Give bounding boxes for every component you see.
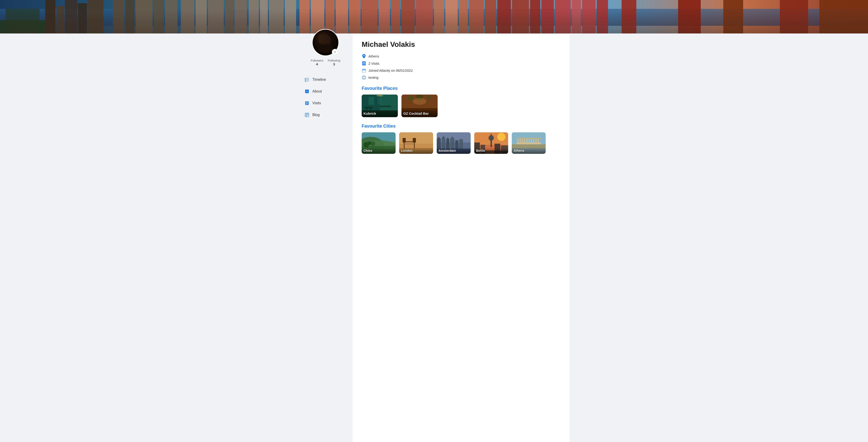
svg-rect-138: [491, 134, 491, 135]
place-card-oz[interactable]: OZ Cocktail Bar: [401, 94, 438, 117]
svg-rect-22: [285, 0, 296, 33]
svg-rect-14: [181, 0, 194, 33]
svg-rect-70: [306, 115, 308, 115]
svg-rect-25: [326, 0, 335, 33]
svg-rect-60: [305, 81, 306, 82]
bio-row: testing: [362, 76, 561, 79]
svg-point-55: [319, 40, 321, 43]
svg-rect-49: [780, 0, 808, 33]
visits-text: 2 Visits: [368, 61, 379, 65]
profile-name: Michael Volakis: [362, 40, 561, 49]
favourite-places-title: Favourite Places: [362, 86, 561, 91]
svg-rect-77: [362, 70, 366, 70]
svg-rect-23: [300, 0, 310, 33]
svg-rect-42: [555, 0, 571, 33]
edit-avatar-button[interactable]: ✏: [332, 49, 338, 55]
svg-rect-66: [306, 103, 308, 104]
svg-rect-67: [306, 104, 307, 104]
svg-rect-156: [538, 139, 539, 143]
svg-point-82: [364, 76, 364, 77]
svg-rect-29: [379, 0, 390, 33]
svg-rect-27: [349, 0, 361, 33]
svg-rect-33: [434, 0, 444, 33]
place-card-kubrick[interactable]: Kubrick: [362, 94, 398, 117]
svg-rect-57: [306, 78, 309, 79]
svg-rect-7: [78, 3, 87, 33]
followers-count: 4: [316, 62, 318, 66]
sidebar-item-timeline[interactable]: Timeline: [301, 74, 350, 85]
svg-rect-9: [113, 0, 124, 33]
svg-rect-153: [531, 139, 532, 143]
sidebar-item-blog[interactable]: Blog: [301, 110, 350, 120]
following-count: 3: [333, 62, 335, 66]
favourite-cities-title: Favourite Cities: [362, 123, 561, 129]
amsterdam-label: Amsterdam: [437, 147, 471, 154]
city-card-amsterdam[interactable]: Amsterdam: [437, 132, 471, 154]
blog-label: Blog: [312, 113, 320, 117]
followers-label: Followers: [311, 59, 323, 62]
visits-label: Visits: [312, 101, 321, 105]
bio-icon: [362, 76, 366, 79]
svg-rect-117: [403, 138, 406, 143]
svg-rect-61: [306, 81, 309, 81]
avatar-wrapper: ✏: [312, 29, 339, 56]
svg-rect-69: [306, 114, 308, 114]
svg-rect-150: [524, 139, 525, 143]
calendar-icon: [362, 69, 366, 72]
following-label: Following: [328, 59, 340, 62]
svg-rect-59: [306, 79, 309, 80]
svg-rect-76: [362, 69, 366, 72]
svg-rect-41: [541, 0, 554, 33]
svg-rect-34: [445, 0, 458, 33]
location-pin-icon: [362, 54, 366, 58]
svg-rect-32: [416, 0, 433, 33]
svg-rect-118: [413, 138, 416, 143]
city-card-athens[interactable]: Athens: [512, 132, 546, 154]
svg-rect-17: [225, 0, 234, 33]
sidebar-item-visits[interactable]: Visits: [301, 98, 350, 109]
svg-rect-89: [380, 106, 391, 107]
visits-row: 2 Visits: [362, 61, 561, 65]
svg-rect-78: [363, 69, 364, 70]
main-content: Michael Volakis Athens 2 Visits: [352, 33, 569, 442]
svg-point-54: [318, 45, 333, 53]
location-text: Athens: [368, 54, 379, 58]
svg-rect-13: [165, 0, 178, 33]
svg-point-92: [376, 95, 383, 96]
svg-rect-56: [305, 78, 306, 79]
svg-rect-16: [208, 0, 224, 33]
svg-rect-58: [305, 79, 306, 80]
pencil-icon: ✏: [334, 51, 336, 54]
nav-menu: Timeline i About: [298, 74, 352, 120]
city-card-berlin[interactable]: Berlin: [474, 132, 508, 154]
svg-rect-91: [377, 98, 382, 104]
svg-rect-79: [365, 69, 365, 70]
svg-point-135: [497, 133, 505, 141]
svg-point-137: [489, 135, 494, 141]
svg-rect-26: [336, 0, 348, 33]
joined-row: Joined Atlacity on 06/01/2022: [362, 68, 561, 72]
location-row: Athens: [362, 54, 561, 58]
svg-rect-155: [535, 139, 537, 143]
svg-rect-6: [65, 0, 78, 33]
city-card-london[interactable]: London: [399, 132, 433, 154]
sidebar-item-about[interactable]: i About: [301, 86, 350, 97]
svg-rect-50: [819, 0, 868, 33]
followers-item: Followers 4: [311, 59, 323, 66]
london-label: London: [399, 147, 433, 154]
svg-rect-36: [469, 0, 484, 33]
svg-rect-38: [497, 0, 511, 33]
joined-text: Joined Atlacity on 06/01/2022: [368, 68, 413, 72]
svg-rect-152: [529, 139, 530, 143]
cover-photo: [0, 0, 868, 33]
city-card-chios[interactable]: Chios: [362, 132, 396, 154]
svg-rect-10: [125, 0, 134, 33]
visits-count-icon: [362, 61, 366, 65]
svg-rect-28: [362, 0, 377, 33]
favourite-places-grid: Kubrick: [362, 94, 561, 117]
svg-rect-3: [6, 9, 39, 33]
svg-rect-43: [572, 0, 581, 33]
athens-label: Athens: [512, 147, 546, 154]
oz-label: OZ Cocktail Bar: [401, 110, 438, 117]
svg-rect-24: [311, 0, 324, 33]
